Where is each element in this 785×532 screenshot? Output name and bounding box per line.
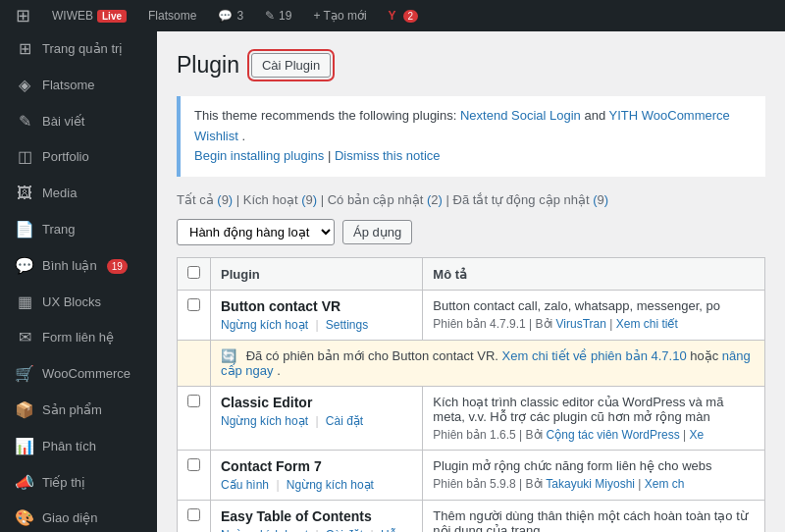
sidebar-posts-label: Bài viết — [42, 114, 84, 131]
view-details-link2[interactable]: Xe — [690, 428, 705, 442]
deactivate-link3[interactable]: Ngừng kích hoạt — [287, 478, 374, 492]
sidebar-comments-label: Bình luận — [42, 258, 97, 275]
plugin-checkbox-cell — [178, 291, 211, 341]
settings-link4[interactable]: Cài đặt — [326, 528, 363, 532]
sidebar-item-portfolio[interactable]: ◫ Portfolio — [0, 139, 157, 176]
plugin-checkbox[interactable] — [187, 458, 200, 471]
sidebar-item-marketing[interactable]: 📣 Tiếp thị — [0, 465, 157, 502]
sidebar-item-appearance[interactable]: 🎨 Giao diện — [0, 501, 157, 532]
dismiss-notice-link[interactable]: Dismiss this notice — [335, 148, 441, 163]
plugin-name: Classic Editor — [221, 395, 412, 410]
page-title: Plugin — [177, 51, 239, 80]
header-plugin: Plugin — [211, 258, 423, 291]
sidebar-item-dashboard[interactable]: ⊞ Trang quản trị — [0, 31, 157, 68]
sidebar-item-products[interactable]: 📦 Sản phẩm — [0, 393, 157, 429]
filter-all[interactable]: Tất cả (9) — [177, 192, 233, 207]
update-details-link[interactable]: Xem chi tiết về phiên bản 4.7.10 — [502, 348, 687, 363]
sidebar-portfolio-label: Portfolio — [42, 149, 89, 166]
plugin-actions: Ngừng kích hoạt | Cài đặt | Hỗ trợ | Nân… — [221, 528, 412, 532]
select-all-checkbox[interactable] — [187, 266, 200, 279]
plugin-info-cell: Classic Editor Ngừng kích hoạt | Cài đặt — [211, 387, 423, 451]
new-item[interactable]: + Tạo mới — [305, 0, 374, 31]
sidebar-item-media[interactable]: 🖼 Media — [0, 176, 157, 212]
plugin-checkbox[interactable] — [187, 395, 200, 407]
portfolio-icon: ◫ — [15, 147, 34, 168]
sidebar-uxblocks-label: UX Blocks — [42, 294, 101, 311]
plugin-actions: Cấu hình | Ngừng kích hoạt — [221, 478, 412, 492]
plugin-actions: Ngừng kích hoạt | Settings — [221, 318, 412, 332]
products-icon: 📦 — [15, 400, 34, 421]
filter-active[interactable]: Kích hoạt (9) — [243, 192, 317, 207]
plugin-author-link[interactable]: VirusTran — [556, 317, 606, 331]
plugin-meta: Phiên bản 5.9.8 | Bởi Takayuki Miyoshi |… — [433, 477, 755, 491]
sidebar-item-flatsome[interactable]: ◈ Flatsome — [0, 68, 157, 104]
flatsome-item[interactable]: Flatsome — [140, 0, 204, 31]
view-details-link[interactable]: Xem chi tiết — [616, 317, 678, 331]
plugin-meta: Phiên bản 4.7.9.1 | Bởi VirusTran | Xem … — [433, 317, 755, 331]
marketing-icon: 📣 — [15, 473, 34, 494]
sidebar-item-posts[interactable]: ✎ Bài viết — [0, 104, 157, 140]
messages-item[interactable]: ✎ 19 — [257, 0, 299, 31]
comment-icon: 💬 — [218, 9, 233, 23]
plugin-desc-cell: Button contact call, zalo, whatsapp, mes… — [423, 291, 765, 341]
sidebar: ⊞ Trang quản trị ◈ Flatsome ✎ Bài viết ◫… — [0, 31, 157, 532]
wp-logo-item[interactable]: ⊞ — [8, 0, 38, 31]
settings-link[interactable]: Settings — [326, 318, 368, 332]
plugin-desc-cell: Plugin mở rộng chức năng form liên hệ ch… — [423, 451, 765, 501]
sidebar-products-label: Sản phẩm — [42, 402, 102, 419]
deactivate-link[interactable]: Ngừng kích hoạt — [221, 414, 308, 428]
deactivate-link[interactable]: Ngừng kích hoạt — [221, 318, 308, 332]
plugin-author-link3[interactable]: Takayuki Miyoshi — [546, 477, 635, 491]
plugin-desc-cell: Thêm người dùng thân thiện một cách hoàn… — [423, 501, 765, 532]
plugin-author-link2[interactable]: Cộng tác viên WordPress — [547, 428, 680, 442]
update-icon: 🔄 — [221, 348, 236, 363]
notice-period: . — [241, 129, 245, 143]
filter-auto-disabled[interactable]: Đã tắt tự động cập nhật (9) — [453, 192, 609, 207]
sidebar-marketing-label: Tiếp thị — [42, 475, 85, 492]
apply-button[interactable]: Áp dụng — [342, 220, 412, 244]
table-row: Easy Table of Contents Ngừng kích hoạt |… — [178, 501, 765, 532]
install-plugin-button[interactable]: Cài Plugin — [251, 53, 331, 78]
comments-item[interactable]: 💬 3 — [210, 0, 251, 31]
main-content: Plugin Cài Plugin This theme recommends … — [157, 31, 785, 532]
woocommerce-icon: 🛒 — [15, 364, 34, 385]
plugin-checkbox[interactable] — [187, 508, 200, 521]
dashboard-icon: ⊞ — [15, 39, 34, 60]
sidebar-item-formcontact[interactable]: ✉ Form liên hệ — [0, 320, 157, 356]
plugin-checkbox[interactable] — [187, 298, 200, 311]
sidebar-flatsome-label: Flatsome — [42, 78, 94, 94]
table-row: Contact Form 7 Cấu hình | Ngừng kích hoạ… — [178, 451, 765, 501]
sidebar-item-pages[interactable]: 📄 Trang — [0, 212, 157, 248]
update-notice-row: 🔄 Đã có phiên bản mới cho Button contact… — [178, 341, 765, 387]
table-row: Classic Editor Ngừng kích hoạt | Cài đặt… — [178, 387, 765, 451]
configure-link[interactable]: Cấu hình — [221, 478, 269, 492]
sidebar-item-uxblocks[interactable]: ▦ UX Blocks — [0, 285, 157, 321]
header-checkbox-cell — [178, 258, 211, 291]
sidebar-analytics-label: Phân tích — [42, 439, 96, 455]
plugin-desc-cell: Kích hoạt trình classic editor của WordP… — [423, 387, 765, 451]
sidebar-item-woocommerce[interactable]: 🛒 WooCommerce — [0, 356, 157, 393]
view-details-link3[interactable]: Xem ch — [645, 477, 685, 491]
media-icon: 🖼 — [15, 184, 34, 204]
sidebar-item-analytics[interactable]: 📊 Phân tích — [0, 429, 157, 465]
header-description: Mô tả — [423, 258, 765, 291]
plugin-description: Kích hoạt trình classic editor của WordP… — [433, 395, 755, 424]
plugin-description: Thêm người dùng thân thiện một cách hoàn… — [433, 508, 755, 532]
bulk-action-select[interactable]: Hành động hàng loạt Kích hoạt Ngừng kích… — [177, 219, 335, 245]
appearance-icon: 🎨 — [15, 508, 34, 529]
sidebar-item-comments[interactable]: 💬 Bình luận 19 — [0, 248, 157, 285]
table-header-row: Plugin Mô tả — [178, 258, 765, 291]
deactivate-link4[interactable]: Ngừng kích hoạt — [221, 528, 308, 532]
message-icon: ✎ — [265, 9, 275, 23]
notice-link1[interactable]: Nextend Social Login — [460, 108, 581, 123]
site-name-item[interactable]: WIWEB Live — [44, 0, 134, 31]
plugin-name: Contact Form 7 — [221, 458, 412, 474]
sidebar-pages-label: Trang — [42, 222, 75, 239]
yith-item[interactable]: Y 2 — [381, 0, 427, 31]
begin-installing-link[interactable]: Begin installing plugins — [194, 148, 324, 163]
filter-update[interactable]: Có bản cập nhật (2) — [328, 192, 443, 207]
new-label: + Tạo mới — [313, 9, 366, 23]
table-row: Button contact VR Ngừng kích hoạt | Sett… — [178, 291, 765, 341]
update-notice-cell: 🔄 Đã có phiên bản mới cho Button contact… — [211, 341, 765, 387]
settings-link2[interactable]: Cài đặt — [326, 414, 363, 428]
